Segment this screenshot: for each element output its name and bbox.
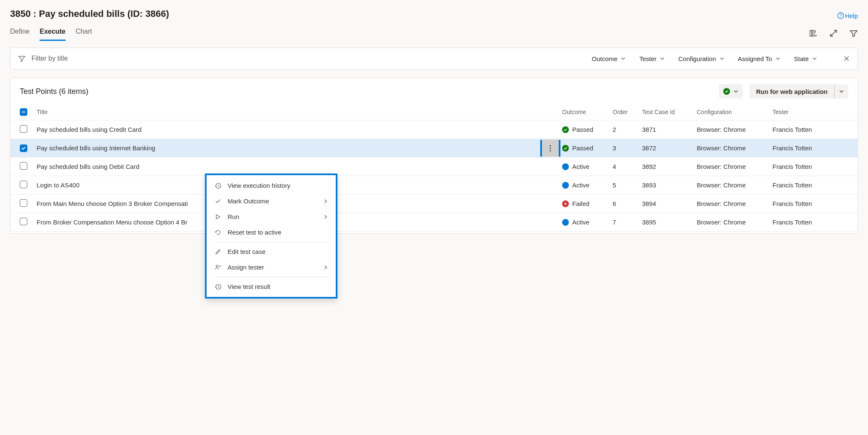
column-tcid[interactable]: Test Case Id (642, 109, 697, 115)
passed-icon (562, 145, 569, 152)
row-title: Pay scheduled bills using Internet Banki… (37, 144, 155, 152)
row-order: 3 (613, 144, 642, 152)
more-actions-button[interactable] (542, 140, 559, 157)
row-tester: Francis Totten (772, 144, 848, 152)
row-tcid: 3893 (642, 181, 697, 189)
row-tcid: 3895 (642, 219, 697, 226)
select-all-checkbox[interactable] (20, 108, 27, 116)
help-link[interactable]: ? Help (837, 12, 858, 19)
row-order: 7 (613, 219, 642, 226)
filter-state-label: State (794, 55, 809, 62)
row-outcome: Active (572, 219, 589, 226)
row-tester: Francis Totten (772, 163, 848, 170)
menu-label: View execution history (228, 182, 290, 189)
row-checkbox[interactable] (20, 162, 27, 170)
row-config: Browser: Chrome (697, 219, 772, 226)
svg-text:?: ? (839, 13, 842, 18)
more-vertical-icon (549, 144, 551, 152)
row-title: From Main Menu choose Option 3 Broker Co… (37, 200, 188, 207)
table-row[interactable]: Pay scheduled bills using Debit CardActi… (11, 157, 857, 176)
menu-mark-outcome[interactable]: Mark Outcome (207, 193, 336, 209)
mark-pass-button[interactable] (719, 84, 743, 99)
svg-point-6 (549, 147, 551, 149)
table-row[interactable]: From Broker Compensation Menu choose Opt… (11, 213, 857, 232)
row-config: Browser: Chrome (697, 163, 772, 170)
row-tester: Francis Totten (772, 181, 848, 189)
row-config: Browser: Chrome (697, 144, 772, 152)
filter-outcome-label: Outcome (592, 55, 618, 62)
menu-run[interactable]: Run (207, 209, 336, 224)
row-outcome: Active (572, 163, 589, 170)
filter-icon[interactable] (849, 29, 858, 37)
tab-execute[interactable]: Execute (40, 25, 65, 41)
menu-view-history[interactable]: View execution history (207, 178, 336, 193)
clear-filter-button[interactable] (843, 55, 850, 62)
row-title: From Broker Compensation Menu choose Opt… (37, 219, 188, 226)
row-order: 2 (613, 126, 642, 133)
run-button[interactable]: Run for web application (749, 84, 834, 99)
checkmark-icon (214, 198, 222, 205)
table-row[interactable]: Pay scheduled bills using Credit CardPas… (11, 120, 857, 139)
fullscreen-icon[interactable] (829, 29, 838, 37)
filter-state[interactable]: State (794, 55, 817, 62)
tab-define[interactable]: Define (10, 25, 29, 41)
reset-icon (214, 229, 222, 236)
row-outcome: Passed (572, 126, 593, 133)
filter-input[interactable] (31, 54, 592, 63)
row-config: Browser: Chrome (697, 126, 772, 133)
run-dropdown-button[interactable] (834, 84, 848, 99)
column-config[interactable]: Configuration (697, 109, 772, 115)
table-row[interactable]: Login to AS400Active53893Browser: Chrome… (11, 176, 857, 195)
chevron-down-icon (775, 56, 780, 61)
filter-tester[interactable]: Tester (639, 55, 665, 62)
chevron-down-icon (660, 56, 665, 61)
row-tester: Francis Totten (772, 219, 848, 226)
row-checkbox[interactable] (20, 181, 27, 188)
row-outcome: Active (572, 181, 589, 189)
menu-reset[interactable]: Reset test to active (207, 224, 336, 240)
filter-tester-label: Tester (639, 55, 656, 62)
page-title: 3850 : Pay scheduled bills (ID: 3866) (10, 8, 169, 19)
column-options-icon[interactable] (809, 29, 818, 37)
column-order[interactable]: Order (613, 109, 642, 115)
svg-rect-2 (810, 30, 812, 36)
filter-configuration[interactable]: Configuration (678, 55, 724, 62)
failed-icon (562, 200, 569, 207)
column-outcome[interactable]: Outcome (562, 109, 613, 115)
passed-icon (723, 88, 730, 95)
panel-title: Test Points (6 items) (20, 87, 88, 96)
row-order: 5 (613, 181, 642, 189)
row-checkbox[interactable] (20, 144, 27, 152)
chevron-down-icon (812, 56, 817, 61)
help-label: Help (845, 12, 858, 19)
row-tcid: 3894 (642, 200, 697, 207)
chevron-down-icon (733, 89, 738, 94)
row-checkbox[interactable] (20, 218, 27, 225)
row-tcid: 3872 (642, 144, 697, 152)
filter-assigned-to-label: Assigned To (738, 55, 772, 62)
filter-funnel-icon (18, 55, 26, 62)
filter-assigned-to[interactable]: Assigned To (738, 55, 780, 62)
chevron-right-icon (323, 214, 328, 219)
table-row[interactable]: Pay scheduled bills using Internet Banki… (11, 139, 857, 157)
column-tester[interactable]: Tester (772, 109, 848, 115)
svg-point-5 (549, 145, 551, 146)
svg-rect-4 (22, 112, 25, 112)
row-order: 6 (613, 200, 642, 207)
chevron-down-icon (621, 56, 626, 61)
tab-chart[interactable]: Chart (76, 25, 92, 41)
row-config: Browser: Chrome (697, 181, 772, 189)
active-icon (562, 219, 569, 226)
row-tester: Francis Totten (772, 200, 848, 207)
row-checkbox[interactable] (20, 125, 27, 133)
table-row[interactable]: From Main Menu choose Option 3 Broker Co… (11, 195, 857, 213)
row-tcid: 3871 (642, 126, 697, 133)
row-config: Browser: Chrome (697, 200, 772, 207)
column-title[interactable]: Title (37, 109, 562, 115)
play-icon (214, 213, 222, 220)
menu-label: Run (228, 213, 239, 220)
row-checkbox[interactable] (20, 199, 27, 207)
row-outcome: Passed (572, 144, 593, 152)
active-icon (562, 163, 569, 170)
filter-outcome[interactable]: Outcome (592, 55, 626, 62)
